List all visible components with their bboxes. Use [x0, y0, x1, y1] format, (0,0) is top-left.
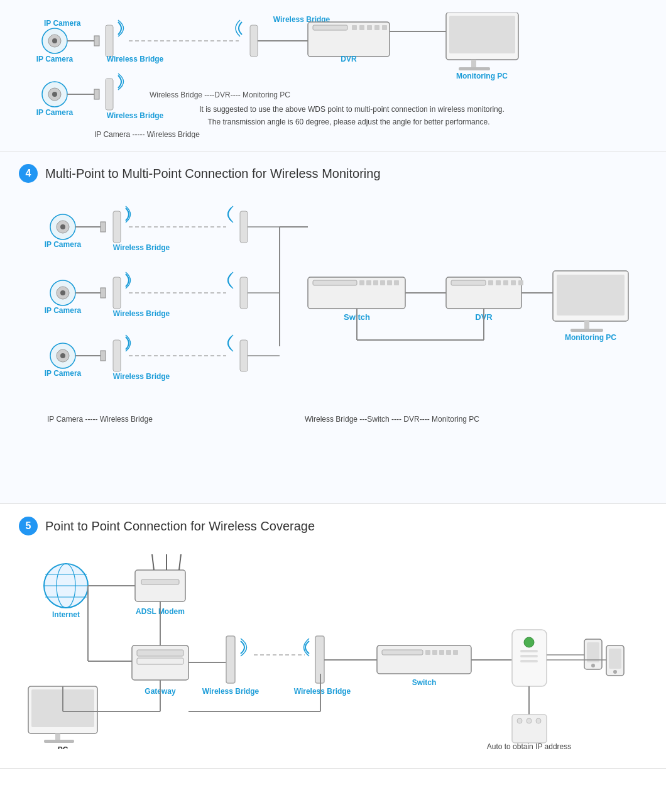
svg-point-151 [517, 718, 522, 723]
svg-line-112 [179, 554, 181, 570]
svg-text:IP Camera: IP Camera [45, 306, 82, 315]
svg-rect-24 [459, 67, 490, 70]
svg-text:Monitoring PC: Monitoring PC [456, 72, 508, 80]
section4-number: 4 [19, 164, 38, 183]
svg-text:DVR: DVR [341, 55, 357, 63]
svg-text:Wireless Bridge: Wireless Bridge [107, 111, 164, 120]
svg-text:Wireless Bridge: Wireless Bridge [294, 687, 351, 696]
svg-rect-47 [240, 211, 248, 243]
svg-line-110 [152, 554, 154, 570]
svg-rect-84 [451, 280, 486, 285]
svg-point-152 [527, 718, 532, 723]
svg-rect-129 [226, 636, 235, 683]
svg-text:It is suggested to use the abo: It is suggested to use the above WDS poi… [199, 105, 505, 114]
svg-rect-87 [503, 280, 508, 285]
svg-rect-44 [113, 211, 121, 243]
section3-diagram: IP Camera Wireless Bridge Wireless Bridg… [19, 13, 647, 138]
svg-rect-56 [101, 288, 106, 298]
svg-rect-147 [520, 655, 538, 657]
svg-rect-60 [240, 277, 248, 309]
svg-rect-80 [394, 280, 399, 285]
svg-point-40 [60, 224, 65, 229]
section3: IP Camera IP Camera Wireless Bridge [0, 0, 666, 151]
section5: 5 Point to Point Connection for Wireless… [0, 504, 666, 769]
svg-rect-31 [94, 89, 99, 99]
svg-rect-79 [387, 280, 392, 285]
svg-rect-22 [449, 16, 515, 53]
svg-rect-9 [250, 25, 258, 57]
svg-text:IP Camera ----- Wireless Bridg: IP Camera ----- Wireless Bridge [94, 130, 200, 138]
svg-rect-158 [609, 649, 621, 669]
svg-rect-13 [313, 25, 347, 30]
svg-text:IP Camera: IP Camera [45, 369, 82, 378]
svg-point-64 [60, 353, 65, 358]
svg-rect-32 [106, 79, 113, 110]
svg-point-2 [52, 38, 57, 43]
section5-header: 5 Point to Point Connection for Wireless… [19, 517, 647, 535]
svg-rect-18 [382, 25, 387, 30]
svg-rect-109 [135, 570, 185, 601]
svg-rect-155 [587, 642, 599, 662]
svg-text:Wireless Bridge: Wireless Bridge [113, 372, 170, 381]
section5-number: 5 [19, 517, 38, 535]
svg-rect-88 [511, 280, 516, 285]
svg-rect-95 [570, 329, 603, 332]
svg-rect-23 [471, 60, 476, 67]
svg-text:Wireless Bridge: Wireless Bridge [202, 687, 259, 696]
svg-rect-16 [367, 25, 372, 30]
svg-text:Wireless Bridge: Wireless Bridge [113, 243, 170, 252]
svg-rect-139 [439, 650, 444, 655]
svg-text:Monitoring PC: Monitoring PC [565, 333, 616, 342]
section4-header: 4 Multi-Point to Multi-Point Connection … [19, 164, 647, 183]
svg-rect-93 [557, 275, 625, 315]
svg-text:Wireless Bridge ---Switch ----: Wireless Bridge ---Switch ---- DVR---- M… [305, 415, 479, 424]
svg-point-156 [591, 664, 595, 667]
svg-text:IP Camera: IP Camera [36, 108, 74, 117]
section4-diagram: IP Camera Wireless Bridge IP Camera [19, 195, 647, 485]
svg-point-159 [613, 670, 617, 674]
svg-point-145 [524, 637, 534, 647]
svg-rect-140 [446, 650, 451, 655]
section4-title: Multi-Point to Multi-Point Connection fo… [45, 167, 381, 181]
svg-rect-15 [359, 25, 364, 30]
section5-diagram: Internet ADSL Modem Gateway [19, 548, 647, 749]
section4: 4 Multi-Point to Multi-Point Connection … [0, 151, 666, 504]
svg-rect-78 [380, 280, 385, 285]
svg-rect-113 [141, 579, 179, 584]
svg-text:The transmission angle is 60 d: The transmission angle is 60 degree, ple… [208, 118, 490, 126]
svg-text:PC: PC [58, 745, 68, 749]
svg-rect-118 [137, 658, 183, 664]
svg-rect-74 [313, 280, 357, 285]
svg-point-153 [536, 718, 541, 723]
svg-point-53 [60, 290, 65, 295]
svg-rect-86 [496, 280, 501, 285]
svg-rect-75 [359, 280, 364, 285]
svg-rect-141 [453, 650, 458, 655]
svg-rect-148 [520, 660, 538, 662]
svg-rect-146 [520, 650, 538, 652]
svg-text:Wireless Bridge: Wireless Bridge [113, 309, 170, 318]
svg-rect-6 [106, 25, 113, 57]
svg-rect-71 [240, 340, 248, 371]
svg-text:Internet: Internet [52, 610, 80, 619]
svg-rect-17 [374, 25, 379, 30]
svg-text:Wireless Bridge ----DVR---- Mo: Wireless Bridge ----DVR---- Monitoring P… [150, 91, 290, 99]
svg-text:IP Camera ----- Wireless Bridg: IP Camera ----- Wireless Bridge [47, 415, 153, 424]
svg-rect-136 [382, 650, 423, 655]
svg-rect-76 [366, 280, 371, 285]
svg-rect-5 [94, 36, 99, 46]
svg-rect-57 [113, 277, 121, 309]
svg-text:Wireless Bridge: Wireless Bridge [107, 55, 164, 63]
svg-text:IP Camera: IP Camera [36, 55, 74, 63]
svg-rect-14 [352, 25, 357, 30]
svg-rect-77 [373, 280, 378, 285]
svg-rect-85 [488, 280, 493, 285]
section5-title: Point to Point Connection for Wireless C… [45, 519, 315, 534]
svg-rect-137 [425, 650, 430, 655]
svg-rect-117 [137, 650, 183, 656]
svg-rect-124 [55, 733, 60, 740]
svg-rect-89 [518, 280, 523, 285]
svg-text:Auto to obtain IP address: Auto to obtain IP address [487, 742, 572, 749]
svg-rect-94 [584, 321, 589, 329]
svg-rect-138 [432, 650, 437, 655]
